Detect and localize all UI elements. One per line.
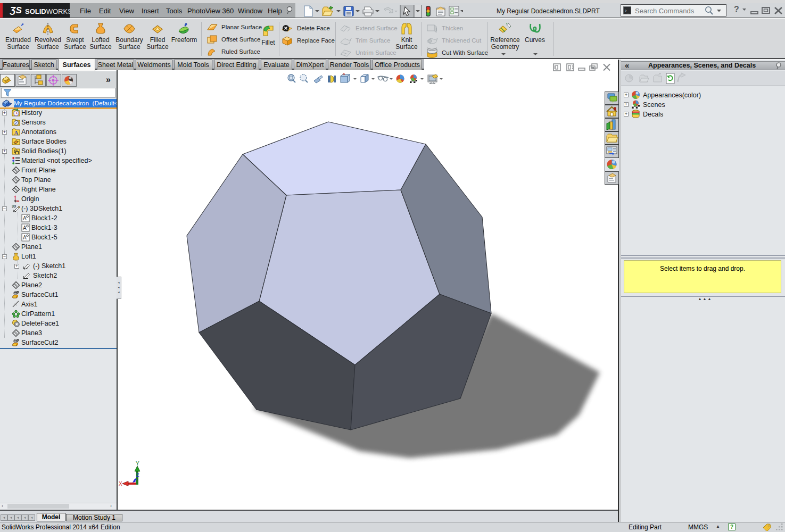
svg-text:A: A	[23, 215, 27, 221]
svg-text:A: A	[23, 225, 27, 231]
svg-text:3D: 3D	[12, 204, 16, 208]
svg-text:X: X	[119, 481, 122, 487]
svg-text:A: A	[23, 235, 27, 240]
svg-text:A: A	[14, 129, 19, 136]
svg-text:Z: Z	[136, 472, 139, 478]
svg-text:Y: Y	[136, 461, 139, 467]
